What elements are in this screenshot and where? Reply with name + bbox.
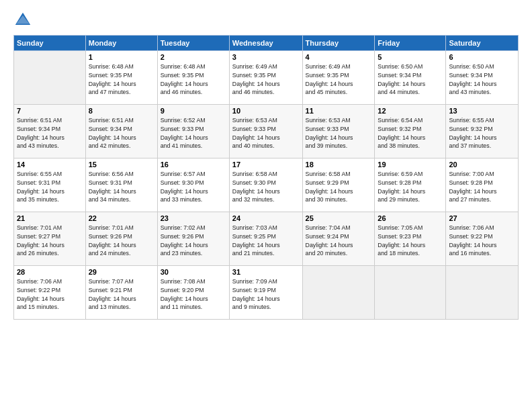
day-info: Sunrise: 6:59 AM Sunset: 9:28 PM Dayligh… (378, 170, 443, 204)
day-info: Sunrise: 6:49 AM Sunset: 9:35 PM Dayligh… (232, 62, 300, 97)
day-info: Sunrise: 6:56 AM Sunset: 9:31 PM Dayligh… (89, 170, 154, 204)
logo (13, 11, 35, 30)
day-info: Sunrise: 6:51 AM Sunset: 9:34 PM Dayligh… (17, 116, 83, 150)
calendar-cell: 16Sunrise: 6:57 AM Sunset: 9:30 PM Dayli… (157, 158, 229, 212)
logo-icon (13, 11, 32, 30)
day-info: Sunrise: 6:55 AM Sunset: 9:32 PM Dayligh… (449, 116, 515, 150)
day-number: 20 (449, 161, 515, 169)
day-info: Sunrise: 7:06 AM Sunset: 9:22 PM Dayligh… (449, 224, 515, 258)
calendar-table: SundayMondayTuesdayWednesdayThursdayFrid… (13, 35, 519, 320)
day-info: Sunrise: 6:58 AM Sunset: 9:29 PM Dayligh… (306, 170, 372, 204)
calendar-cell: 27Sunrise: 7:06 AM Sunset: 9:22 PM Dayli… (446, 212, 519, 266)
day-number: 21 (17, 214, 83, 222)
calendar-week-row: 28Sunrise: 7:06 AM Sunset: 9:22 PM Dayli… (14, 266, 519, 320)
calendar-cell (302, 266, 375, 320)
day-info: Sunrise: 6:53 AM Sunset: 9:33 PM Dayligh… (306, 116, 372, 150)
calendar-cell: 22Sunrise: 7:01 AM Sunset: 9:26 PM Dayli… (85, 212, 157, 266)
day-info: Sunrise: 7:04 AM Sunset: 9:24 PM Dayligh… (306, 224, 372, 258)
day-number: 29 (89, 268, 154, 276)
calendar-cell: 18Sunrise: 6:58 AM Sunset: 9:29 PM Dayli… (302, 158, 375, 212)
day-info: Sunrise: 7:06 AM Sunset: 9:22 PM Dayligh… (17, 277, 83, 312)
header (13, 11, 519, 30)
calendar-cell: 8Sunrise: 6:51 AM Sunset: 9:34 PM Daylig… (85, 105, 157, 158)
day-info: Sunrise: 7:05 AM Sunset: 9:23 PM Dayligh… (378, 224, 443, 258)
calendar-cell: 17Sunrise: 6:58 AM Sunset: 9:30 PM Dayli… (229, 158, 302, 212)
day-number: 27 (449, 214, 515, 222)
day-number: 22 (89, 214, 154, 222)
calendar-cell: 3Sunrise: 6:49 AM Sunset: 9:35 PM Daylig… (229, 51, 302, 105)
day-number: 15 (89, 161, 154, 169)
day-info: Sunrise: 7:02 AM Sunset: 9:26 PM Dayligh… (161, 224, 226, 258)
header-cell: Saturday (446, 36, 519, 51)
day-number: 23 (161, 214, 226, 222)
day-number: 7 (17, 107, 83, 115)
calendar-cell: 21Sunrise: 7:01 AM Sunset: 9:27 PM Dayli… (14, 212, 86, 266)
calendar-cell (446, 266, 519, 320)
day-number: 12 (378, 107, 443, 115)
day-info: Sunrise: 6:53 AM Sunset: 9:33 PM Dayligh… (232, 116, 300, 150)
day-info: Sunrise: 6:55 AM Sunset: 9:31 PM Dayligh… (17, 170, 83, 204)
day-info: Sunrise: 6:50 AM Sunset: 9:34 PM Dayligh… (449, 62, 515, 97)
day-info: Sunrise: 6:48 AM Sunset: 9:35 PM Dayligh… (161, 62, 226, 97)
calendar-week-row: 21Sunrise: 7:01 AM Sunset: 9:27 PM Dayli… (14, 212, 519, 266)
day-number: 8 (89, 107, 154, 115)
day-number: 26 (378, 214, 443, 222)
header-cell: Tuesday (157, 36, 229, 51)
day-number: 5 (378, 53, 443, 61)
calendar-week-row: 14Sunrise: 6:55 AM Sunset: 9:31 PM Dayli… (14, 158, 519, 212)
calendar-cell: 5Sunrise: 6:50 AM Sunset: 9:34 PM Daylig… (375, 51, 446, 105)
day-number: 9 (161, 107, 226, 115)
calendar-cell: 6Sunrise: 6:50 AM Sunset: 9:34 PM Daylig… (446, 51, 519, 105)
calendar-cell: 2Sunrise: 6:48 AM Sunset: 9:35 PM Daylig… (157, 51, 229, 105)
day-info: Sunrise: 7:00 AM Sunset: 9:28 PM Dayligh… (449, 170, 515, 204)
calendar-cell: 30Sunrise: 7:08 AM Sunset: 9:20 PM Dayli… (157, 266, 229, 320)
calendar-cell: 28Sunrise: 7:06 AM Sunset: 9:22 PM Dayli… (14, 266, 86, 320)
calendar-cell: 25Sunrise: 7:04 AM Sunset: 9:24 PM Dayli… (302, 212, 375, 266)
calendar-cell: 29Sunrise: 7:07 AM Sunset: 9:21 PM Dayli… (85, 266, 157, 320)
header-row: SundayMondayTuesdayWednesdayThursdayFrid… (14, 36, 519, 51)
day-number: 28 (17, 268, 83, 276)
header-cell: Sunday (14, 36, 86, 51)
calendar-cell (14, 51, 86, 105)
day-info: Sunrise: 6:54 AM Sunset: 9:32 PM Dayligh… (378, 116, 443, 150)
day-number: 1 (89, 53, 154, 61)
day-number: 16 (161, 161, 226, 169)
calendar-cell: 4Sunrise: 6:49 AM Sunset: 9:35 PM Daylig… (302, 51, 375, 105)
day-number: 31 (232, 268, 300, 276)
calendar-cell: 15Sunrise: 6:56 AM Sunset: 9:31 PM Dayli… (85, 158, 157, 212)
day-number: 2 (161, 53, 226, 61)
calendar-week-row: 1Sunrise: 6:48 AM Sunset: 9:35 PM Daylig… (14, 51, 519, 105)
day-number: 18 (306, 161, 372, 169)
day-info: Sunrise: 7:08 AM Sunset: 9:20 PM Dayligh… (161, 277, 226, 312)
header-cell: Wednesday (229, 36, 302, 51)
day-info: Sunrise: 6:49 AM Sunset: 9:35 PM Dayligh… (306, 62, 372, 97)
calendar-cell: 7Sunrise: 6:51 AM Sunset: 9:34 PM Daylig… (14, 105, 86, 158)
header-cell: Monday (85, 36, 157, 51)
calendar-cell: 19Sunrise: 6:59 AM Sunset: 9:28 PM Dayli… (375, 158, 446, 212)
day-info: Sunrise: 7:01 AM Sunset: 9:27 PM Dayligh… (17, 224, 83, 258)
calendar-cell: 13Sunrise: 6:55 AM Sunset: 9:32 PM Dayli… (446, 105, 519, 158)
day-number: 11 (306, 107, 372, 115)
day-number: 10 (232, 107, 300, 115)
day-info: Sunrise: 6:51 AM Sunset: 9:34 PM Dayligh… (89, 116, 154, 150)
day-info: Sunrise: 7:07 AM Sunset: 9:21 PM Dayligh… (89, 277, 154, 312)
calendar-cell: 12Sunrise: 6:54 AM Sunset: 9:32 PM Dayli… (375, 105, 446, 158)
calendar-cell: 9Sunrise: 6:52 AM Sunset: 9:33 PM Daylig… (157, 105, 229, 158)
calendar-cell: 24Sunrise: 7:03 AM Sunset: 9:25 PM Dayli… (229, 212, 302, 266)
day-info: Sunrise: 6:58 AM Sunset: 9:30 PM Dayligh… (232, 170, 300, 204)
day-info: Sunrise: 7:09 AM Sunset: 9:19 PM Dayligh… (232, 277, 300, 312)
header-cell: Friday (375, 36, 446, 51)
calendar-cell: 26Sunrise: 7:05 AM Sunset: 9:23 PM Dayli… (375, 212, 446, 266)
day-number: 4 (306, 53, 372, 61)
day-number: 24 (232, 214, 300, 222)
day-info: Sunrise: 6:52 AM Sunset: 9:33 PM Dayligh… (161, 116, 226, 150)
day-number: 30 (161, 268, 226, 276)
calendar-cell: 31Sunrise: 7:09 AM Sunset: 9:19 PM Dayli… (229, 266, 302, 320)
day-number: 25 (306, 214, 372, 222)
calendar-cell: 20Sunrise: 7:00 AM Sunset: 9:28 PM Dayli… (446, 158, 519, 212)
day-info: Sunrise: 6:57 AM Sunset: 9:30 PM Dayligh… (161, 170, 226, 204)
day-number: 13 (449, 107, 515, 115)
calendar-cell (375, 266, 446, 320)
day-number: 3 (232, 53, 300, 61)
day-info: Sunrise: 6:48 AM Sunset: 9:35 PM Dayligh… (89, 62, 154, 97)
